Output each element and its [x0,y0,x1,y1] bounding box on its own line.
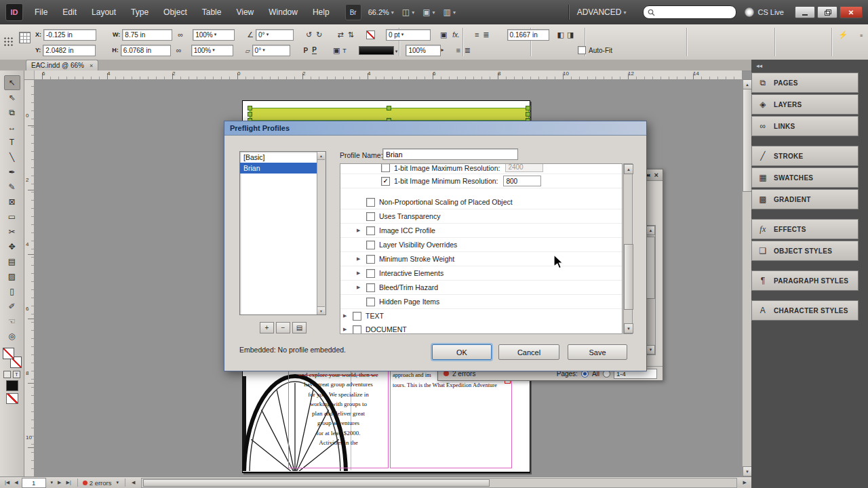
rotation-field[interactable]: 0° [256,29,294,41]
page-tool[interactable]: ⧉ [4,105,20,120]
minimize-button[interactable] [795,6,815,18]
arrange-documents-icon[interactable]: ▥ [443,7,456,17]
text-frame-left[interactable]: and explore your world, then we have gre… [288,369,389,468]
text-align-icon[interactable] [456,47,460,54]
expander-icon[interactable]: ▶ [357,228,366,233]
rotate-ccw-icon[interactable] [306,31,312,39]
scrollbar-thumb[interactable] [743,89,752,192]
profile-list-scrollbar[interactable]: ▲ ▼ [317,152,326,314]
options-scrollbar[interactable]: ▲ ▼ [623,163,633,334]
checkbox[interactable] [366,212,375,221]
dock-panel-stroke[interactable]: ╱ STROKE [751,146,859,166]
apply-none-button[interactable] [6,393,18,404]
direct-selection-tool[interactable]: ⇖ [4,90,20,105]
option-row[interactable]: ✓ 1-bit Image Minimum Resolution: 800 [340,174,622,188]
fit-frame-icon[interactable] [557,31,564,39]
profile-options-list[interactable]: 1-bit Image Maximum Resolution: 2400 ✓ 1… [340,163,623,334]
paragraph-formatting-icon[interactable] [304,47,309,54]
gap-tool[interactable]: ↔ [4,120,20,135]
checkbox[interactable] [366,226,375,235]
option-row[interactable]: Uses Transparency [340,209,622,224]
scroll-up-icon[interactable]: ▲ [317,152,325,160]
previous-page-icon[interactable]: ◀ [13,480,19,485]
cancel-button[interactable]: Cancel [498,344,559,360]
checkbox[interactable] [366,241,375,249]
scroll-down-icon[interactable]: ▼ [743,466,752,476]
menu-object[interactable]: Object [156,0,195,24]
formatting-text-icon[interactable] [342,47,347,54]
tab-close-icon[interactable]: × [90,62,93,69]
horizontal-ruler[interactable]: 6 4 2 0 2 4 6 8 10 12 14 [24,70,742,80]
y-position-field[interactable]: 2.0482 in [43,45,96,56]
close-panel-icon[interactable] [654,171,658,179]
checkbox[interactable] [353,312,361,321]
dock-panel-character-styles[interactable]: A CHARACTER STYLES [751,300,859,321]
dialog-title-bar[interactable]: Preflight Profiles [224,121,646,136]
selection-tool[interactable]: ↖ [4,75,20,90]
selection-handle[interactable] [526,112,530,117]
gap-field[interactable]: 0.1667 in [507,29,549,41]
dock-panel-swatches[interactable]: ▦ SWATCHES [751,167,859,188]
option-row[interactable]: ▶ Bleed/Trim Hazard [340,281,622,295]
restore-button[interactable] [817,6,837,18]
checkbox[interactable]: ✓ [381,177,390,186]
selection-handle[interactable] [387,106,391,110]
profile-item-brian[interactable]: Brian [240,163,326,174]
panel-menu-icon[interactable] [859,31,863,39]
fill-stroke-indicator[interactable] [3,348,22,368]
gradient-feather-tool[interactable]: ▨ [4,269,20,284]
menu-edit[interactable]: Edit [55,0,84,24]
checkbox[interactable] [366,283,375,292]
dock-panel-object-styles[interactable]: ❑ OBJECT STYLES [751,241,859,261]
ok-button[interactable]: OK [432,344,492,360]
checkbox[interactable] [381,163,390,172]
scroll-up-icon[interactable]: ▲ [646,226,655,235]
align-icon[interactable] [475,31,479,39]
selection-handle[interactable] [248,106,252,110]
hand-tool[interactable]: ☜ [4,314,20,329]
scroll-up-icon[interactable]: ▲ [743,79,752,89]
scrollbar-thumb[interactable] [646,237,655,299]
add-profile-button[interactable]: + [260,322,274,333]
scroll-down-icon[interactable]: ▼ [646,345,655,354]
screen-mode-icon[interactable]: ▣ [422,7,435,17]
vertical-ruler[interactable]: 0 2 4 6 8 10 [24,79,35,476]
note-tool[interactable]: ▯ [4,284,20,299]
zoom-level-dropdown[interactable]: 66.2% [368,8,394,16]
rectangle-tool[interactable]: ▭ [4,209,20,224]
document-tab[interactable]: EAC.indd @ 66% × [26,60,98,70]
x-position-field[interactable]: -0.125 in [43,29,96,41]
dock-panel-effects[interactable]: fx EFFECTS [751,219,859,239]
section-row-document[interactable]: ▶ DOCUMENT [340,323,622,334]
workspace-switcher[interactable]: ADVANCED [570,0,634,24]
scroll-down-icon[interactable]: ▼ [317,306,325,314]
constrain-scale-icon[interactable] [176,47,182,54]
dock-panel-links[interactable]: ∞ LINKS [751,116,859,136]
tint-field[interactable]: 100% [406,45,441,56]
formatting-container-icon[interactable] [333,47,340,54]
flip-horizontal-icon[interactable] [338,31,344,39]
scroll-left-icon[interactable]: ◀ [130,480,136,485]
scrollbar-thumb[interactable] [143,479,489,487]
selection-handle[interactable] [248,112,252,117]
option-row[interactable]: ▶ Interactive Elements [340,266,622,281]
effects-icon[interactable] [440,31,447,39]
preflight-menu-icon[interactable] [113,480,120,485]
character-formatting-icon[interactable] [312,46,317,54]
cs-live-button[interactable]: CS Live [745,7,784,17]
menu-layout[interactable]: Layout [84,0,123,24]
option-value-field[interactable]: 800 [503,176,541,186]
scroll-up-icon[interactable]: ▲ [624,164,633,174]
pencil-tool[interactable]: ✎ [4,180,20,195]
option-row[interactable]: 1-bit Image Maximum Resolution: 2400 [340,164,622,174]
scroll-down-icon[interactable]: ▼ [624,323,633,333]
profile-item-basic[interactable]: [Basic] [240,152,326,163]
menu-window[interactable]: Window [261,0,305,24]
section-row-text[interactable]: ▶ TEXT [340,309,622,323]
expander-icon[interactable]: ▶ [343,327,353,332]
page-dropdown-icon[interactable] [48,480,55,485]
fit-content-icon[interactable] [567,31,574,39]
line-tool[interactable]: ╲ [4,150,20,165]
scrollbar-thumb[interactable] [624,244,633,310]
close-button[interactable]: ✕ [840,6,863,18]
